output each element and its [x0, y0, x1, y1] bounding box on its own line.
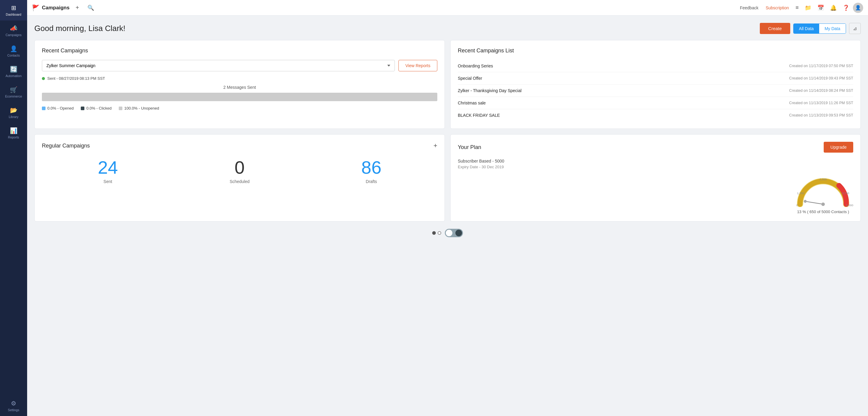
campaign-list-name: Zylker - Thanksgiving Day Special: [458, 88, 521, 93]
pagination-dots: [432, 231, 441, 235]
your-plan-title: Your Plan: [458, 144, 481, 150]
svg-text:2,500: 2,500: [819, 178, 827, 181]
recent-campaigns-card: Recent Campaigns Zylker Summer Campaign …: [34, 40, 445, 129]
add-button[interactable]: +: [73, 3, 82, 12]
toggle-knob-right: [456, 230, 462, 236]
sidebar-item-label-ecommerce: Ecommerce: [5, 95, 22, 98]
plan-header: Your Plan Upgrade: [458, 142, 853, 152]
campaign-bar: [42, 93, 437, 101]
app-name: Campaigns: [42, 5, 70, 11]
sidebar-item-label-library: Library: [9, 115, 19, 118]
subscription-link[interactable]: Subscription: [763, 4, 792, 12]
sidebar: ⊞ Dashboard 📣 Campaigns 👤 Contacts 🔄 Aut…: [0, 0, 27, 416]
brand: 🚩 Campaigns: [32, 4, 70, 11]
your-plan-card: Your Plan Upgrade Subscriber Based - 500…: [450, 134, 861, 221]
sidebar-item-settings[interactable]: ⚙ Settings: [0, 395, 27, 416]
content-area: Good morning, Lisa Clark! Create All Dat…: [27, 16, 868, 416]
reports-icon: 📊: [10, 127, 18, 134]
campaign-list-date: Created on 11/13/2019 11:26 PM SST: [789, 101, 853, 105]
dot-1[interactable]: [432, 231, 436, 235]
campaign-list-name: Onboarding Series: [458, 64, 493, 68]
main-area: 🚩 Campaigns + 🔍 Feedback Subscription ≡ …: [27, 0, 868, 416]
folder-button[interactable]: 📁: [802, 3, 814, 13]
list-view-button[interactable]: ≡: [793, 3, 801, 13]
svg-point-7: [804, 200, 807, 203]
plan-expiry: Expiry Date - 30 Dec 2019: [458, 165, 853, 169]
calendar-button[interactable]: 📅: [815, 3, 827, 13]
sidebar-item-label-reports: Reports: [8, 135, 19, 139]
bar-unopened: [42, 93, 437, 101]
bar-legend: 0.0% - Opened 0.0% - Clicked 100.0% - Un…: [42, 106, 437, 110]
legend-dot-clicked: [81, 107, 84, 110]
data-toggle: All Data My Data: [793, 24, 846, 34]
campaign-list-date: Created on 11/14/2019 08:24 PM SST: [789, 89, 853, 93]
campaign-select-row: Zylker Summer Campaign View Reports: [42, 60, 437, 71]
svg-text:0: 0: [796, 204, 798, 207]
all-data-button[interactable]: All Data: [794, 24, 819, 33]
reg-campaigns-header: Regular Campaigns +: [42, 142, 437, 149]
topnav: 🚩 Campaigns + 🔍 Feedback Subscription ≡ …: [27, 0, 868, 16]
library-icon: 📂: [10, 107, 18, 114]
help-button[interactable]: ❓: [840, 3, 852, 13]
sidebar-item-campaigns[interactable]: 📣 Campaigns: [0, 21, 27, 41]
page-title: Good morning, Lisa Clark!: [34, 24, 125, 33]
list-item[interactable]: BLACK FRIDAY SALE Created on 11/13/2019 …: [458, 109, 853, 121]
upgrade-button[interactable]: Upgrade: [824, 142, 853, 152]
regular-campaigns-card: Regular Campaigns + 24 Sent 0 Scheduled …: [34, 134, 445, 221]
legend-unopened: 100.0% - Unopened: [119, 106, 159, 110]
stat-block: 24 Sent: [98, 159, 118, 184]
list-item[interactable]: Zylker - Thanksgiving Day Special Create…: [458, 84, 853, 97]
campaign-list-name: Special Offer: [458, 76, 482, 81]
feedback-link[interactable]: Feedback: [737, 4, 761, 12]
my-data-button[interactable]: My Data: [819, 24, 846, 33]
legend-label-opened: 0.0% - Opened: [47, 106, 73, 110]
sidebar-item-label-settings: Settings: [8, 408, 19, 412]
sidebar-item-reports[interactable]: 📊 Reports: [0, 123, 27, 143]
sidebar-item-automation[interactable]: 🔄 Automation: [0, 61, 27, 82]
recent-campaigns-title: Recent Campaigns: [42, 47, 437, 54]
dot-2[interactable]: [438, 231, 441, 235]
recent-campaigns-list-title: Recent Campaigns List: [458, 47, 853, 54]
stats-row: 24 Sent 0 Scheduled 86 Drafts: [42, 155, 437, 190]
ecommerce-icon: 🛒: [10, 86, 18, 93]
stat-label: Scheduled: [230, 179, 250, 184]
plan-name: Subscriber Based - 5000: [458, 159, 853, 164]
svg-text:1,250: 1,250: [797, 192, 804, 195]
svg-text:3,750: 3,750: [842, 192, 849, 195]
stat-label: Drafts: [361, 179, 381, 184]
dashboard-icon: ⊞: [11, 4, 16, 11]
messages-sent: 2 Messages Sent: [42, 85, 437, 90]
toggle-switch[interactable]: [445, 229, 463, 237]
page-header: Good morning, Lisa Clark! Create All Dat…: [34, 23, 861, 34]
filter-button[interactable]: ⊿: [849, 23, 861, 34]
topnav-actions: Feedback Subscription ≡ 📁 📅 🔔 ❓ 👤: [737, 3, 863, 13]
campaign-list-date: Created on 11/13/2019 09:53 PM SST: [789, 113, 853, 117]
list-item[interactable]: Christmas sale Created on 11/13/2019 11:…: [458, 97, 853, 109]
sidebar-item-ecommerce[interactable]: 🛒 Ecommerce: [0, 82, 27, 102]
gauge-chart: 0 1,250 2,500 3,750 5,000: [793, 174, 853, 207]
list-item[interactable]: Special Offer Created on 11/14/2019 09:4…: [458, 72, 853, 84]
sent-status-dot: [42, 77, 45, 80]
notifications-button[interactable]: 🔔: [828, 3, 839, 13]
view-reports-button[interactable]: View Reports: [398, 60, 437, 71]
create-button[interactable]: Create: [760, 23, 790, 34]
stat-block: 86 Drafts: [361, 159, 381, 184]
sidebar-item-library[interactable]: 📂 Library: [0, 102, 27, 123]
sidebar-item-label-dashboard: Dashboard: [6, 13, 21, 16]
user-avatar[interactable]: 👤: [853, 3, 863, 13]
campaign-select[interactable]: Zylker Summer Campaign: [42, 60, 395, 71]
dashboard-grid: Recent Campaigns Zylker Summer Campaign …: [34, 40, 861, 221]
contacts-icon: 👤: [10, 45, 18, 53]
svg-point-6: [821, 203, 825, 206]
campaign-list-date: Created on 11/14/2019 09:43 PM SST: [789, 76, 853, 80]
gauge-wrapper: 0 1,250 2,500 3,750 5,000 13: [793, 174, 853, 214]
search-button[interactable]: 🔍: [85, 3, 96, 12]
stat-block: 0 Scheduled: [230, 159, 250, 184]
bottom-toggle-area: [34, 227, 861, 240]
list-item[interactable]: Onboarding Series Created on 11/17/2019 …: [458, 60, 853, 72]
sidebar-item-dashboard[interactable]: ⊞ Dashboard: [0, 0, 27, 21]
sidebar-item-contacts[interactable]: 👤 Contacts: [0, 41, 27, 61]
sent-date: Sent - 08/27/2019 08:13 PM SST: [47, 76, 105, 81]
stat-label: Sent: [98, 179, 118, 184]
add-campaign-button[interactable]: +: [433, 142, 437, 149]
